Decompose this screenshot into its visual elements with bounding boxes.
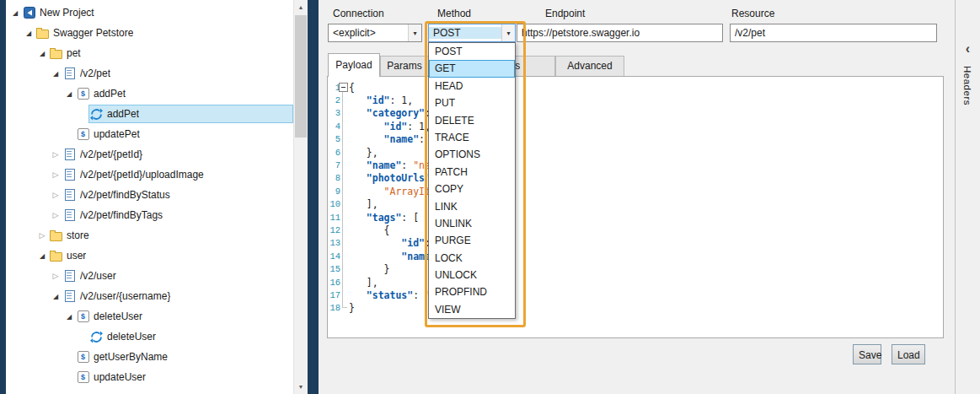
- dropdown-arrow-icon[interactable]: ▾: [408, 24, 421, 41]
- tab-content-panel: 1{ 2 "id": 1, 3 "category": { 4 "id": 1,…: [327, 76, 944, 338]
- payload-editor[interactable]: 1{ 2 "id": 1, 3 "category": { 4 "id": 1,…: [329, 78, 942, 337]
- tree-expander-icon[interactable]: ◢: [63, 90, 75, 98]
- code-fold-toggle[interactable]: [339, 83, 348, 92]
- tree-expander-icon[interactable]: ◢: [23, 30, 35, 37]
- headers-panel-toggle[interactable]: ‹ Headers: [955, 0, 980, 394]
- tree-expander-icon[interactable]: ◢: [36, 252, 48, 260]
- tree-expander-icon[interactable]: ◢: [9, 9, 21, 17]
- tree-expander-icon[interactable]: ▷: [50, 170, 62, 179]
- tree-expander-icon[interactable]: ▷: [50, 150, 62, 159]
- tree-expander-icon[interactable]: ▷: [50, 272, 62, 280]
- method-option-put[interactable]: PUT: [429, 94, 515, 111]
- request-refresh-icon: [89, 330, 104, 343]
- tree-item-v2-pet-petid-uploadimage[interactable]: ▷ /v2/pet/{petId}/uploadImage: [6, 165, 293, 185]
- connection-select[interactable]: <explicit> ▾: [328, 24, 422, 42]
- method-option-get[interactable]: GET: [429, 60, 515, 77]
- tree-item-label: Swagger Petstore: [53, 27, 133, 39]
- tree-item-label: /v2/user: [80, 270, 116, 282]
- tree-item-label: user: [67, 250, 86, 262]
- tree-item-updateuser[interactable]: $updateUser: [6, 367, 293, 387]
- load-button[interactable]: Load: [892, 344, 925, 364]
- tree-item-addpet-method[interactable]: ◢ $addPet: [6, 84, 293, 104]
- folder-icon: [49, 229, 63, 242]
- method-option-lock[interactable]: LOCK: [429, 250, 515, 267]
- line-number: 18: [329, 303, 340, 313]
- endpoint-input[interactable]: [517, 24, 723, 42]
- tree-expander-icon[interactable]: ◢: [63, 313, 75, 321]
- tree-item-pet[interactable]: ◢ pet: [6, 43, 293, 63]
- panel-splitter[interactable]: [308, 0, 319, 394]
- tree-item-v2-pet-findbytags[interactable]: ▷ /v2/pet/findByTags: [6, 205, 293, 225]
- tree-item-label: addPet: [94, 88, 126, 100]
- line-number: 9: [329, 186, 340, 197]
- tree-scrollbar[interactable]: ▲ ▼: [293, 0, 308, 394]
- endpoint-icon: [62, 67, 77, 80]
- line-number: 5: [329, 134, 340, 144]
- tree-item-v2-user-username[interactable]: ◢ /v2/user/{username}: [6, 286, 293, 306]
- line-number: 10: [329, 199, 340, 209]
- tree-item-user[interactable]: ◢ user: [6, 246, 293, 266]
- method-option-propfind[interactable]: PROPFIND: [429, 283, 515, 300]
- resource-input[interactable]: [730, 24, 937, 42]
- line-number: 14: [329, 251, 340, 262]
- method-icon: $: [76, 370, 90, 384]
- method-select[interactable]: POST ▾: [428, 24, 516, 42]
- line-number: 11: [329, 213, 340, 223]
- tree-expander-icon[interactable]: ▷: [36, 231, 48, 240]
- line-number: 15: [329, 264, 340, 274]
- tree-expander-icon[interactable]: ◢: [36, 50, 48, 57]
- method-option-delete[interactable]: DELETE: [429, 112, 515, 129]
- code-line: 18}: [329, 302, 942, 315]
- line-number: 7: [329, 160, 340, 170]
- tree-item-swagger-petstore[interactable]: ◢ Swagger Petstore: [6, 23, 293, 43]
- method-option-post[interactable]: POST: [429, 43, 515, 60]
- code-line: 15 }: [329, 262, 942, 275]
- method-option-head[interactable]: HEAD: [429, 78, 515, 94]
- scroll-thumb[interactable]: [295, 15, 307, 138]
- save-button[interactable]: Save: [853, 344, 881, 364]
- endpoint-icon: [62, 148, 77, 161]
- tab-payload[interactable]: Payload: [328, 53, 380, 77]
- method-option-unlock[interactable]: UNLOCK: [429, 267, 515, 283]
- tree-item-label: deleteUser: [107, 331, 156, 343]
- code-line: 10 ],: [329, 198, 942, 211]
- method-option-options[interactable]: OPTIONS: [429, 146, 515, 163]
- method-option-unlink[interactable]: UNLINK: [429, 215, 515, 232]
- tree-item-v2-pet-findbystatus[interactable]: ▷ /v2/pet/findByStatus: [6, 185, 293, 205]
- collapse-chevron-icon[interactable]: ‹: [956, 42, 980, 56]
- scroll-up-button[interactable]: ▲: [294, 0, 308, 14]
- tree-item-v2-user[interactable]: ▷ /v2/user: [6, 266, 293, 286]
- code-line: 14 "name": "n: [329, 250, 942, 262]
- connection-value: <explicit>: [329, 27, 408, 39]
- tree-item-deleteuser-request[interactable]: deleteUser: [6, 327, 293, 347]
- tree-item-getuserbyname[interactable]: $getUserByName: [6, 347, 293, 367]
- tree-item-deleteuser-method[interactable]: ◢ $deleteUser: [6, 306, 293, 327]
- tree-expander-icon[interactable]: ▷: [50, 211, 62, 219]
- tree-expander-icon[interactable]: ▷: [50, 191, 62, 199]
- method-option-link[interactable]: LINK: [429, 198, 515, 215]
- tree-item-v2-pet-petid[interactable]: ▷ /v2/pet/{petId}: [6, 144, 293, 165]
- scroll-down-button[interactable]: ▼: [294, 380, 308, 394]
- tree-item-addpet-request[interactable]: addPet: [6, 104, 293, 124]
- tree-expander-icon[interactable]: ◢: [50, 70, 62, 78]
- code-line: 9 "ArrayItem: [329, 185, 942, 197]
- tab-params[interactable]: Params: [380, 56, 429, 76]
- code-line: 17 "status": "avai: [329, 289, 942, 301]
- tree-item-store[interactable]: ▷ store: [6, 225, 293, 246]
- tree-item-v2-pet[interactable]: ◢ /v2/pet: [6, 63, 293, 84]
- tree-item-label: updatePet: [94, 128, 140, 140]
- dropdown-arrow-icon[interactable]: ▾: [501, 24, 515, 41]
- method-option-patch[interactable]: PATCH: [429, 164, 515, 181]
- tree-item-label: /v2/user/{username}: [80, 290, 170, 302]
- tree-item-new-project[interactable]: ◢ New Project: [6, 3, 293, 23]
- line-number: 3: [329, 108, 340, 118]
- method-option-copy[interactable]: COPY: [429, 181, 515, 197]
- tree-item-updatepet[interactable]: $updatePet: [6, 124, 293, 144]
- endpoint-icon: [62, 168, 77, 181]
- method-option-trace[interactable]: TRACE: [429, 129, 515, 146]
- line-number: 12: [329, 225, 340, 235]
- method-option-view[interactable]: VIEW: [429, 301, 515, 318]
- method-option-purge[interactable]: PURGE: [429, 232, 515, 249]
- tab-advanced[interactable]: Advanced: [555, 56, 624, 76]
- tree-expander-icon[interactable]: ◢: [50, 293, 62, 300]
